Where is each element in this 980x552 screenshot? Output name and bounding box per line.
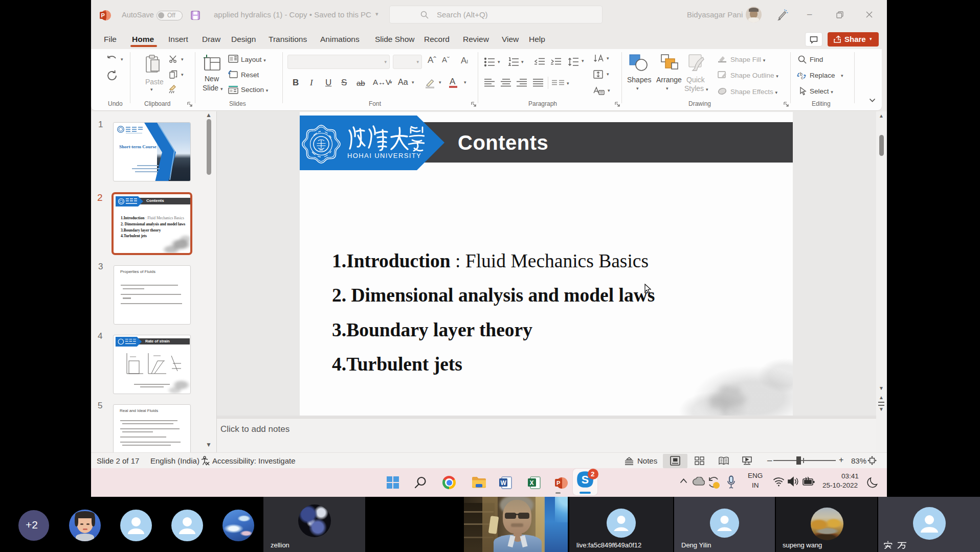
- svg-text:P: P: [556, 480, 560, 486]
- svg-text:c: c: [801, 75, 804, 80]
- svg-text:W: W: [501, 479, 507, 487]
- svg-text:X: X: [530, 479, 534, 487]
- svg-text:P: P: [101, 12, 105, 18]
